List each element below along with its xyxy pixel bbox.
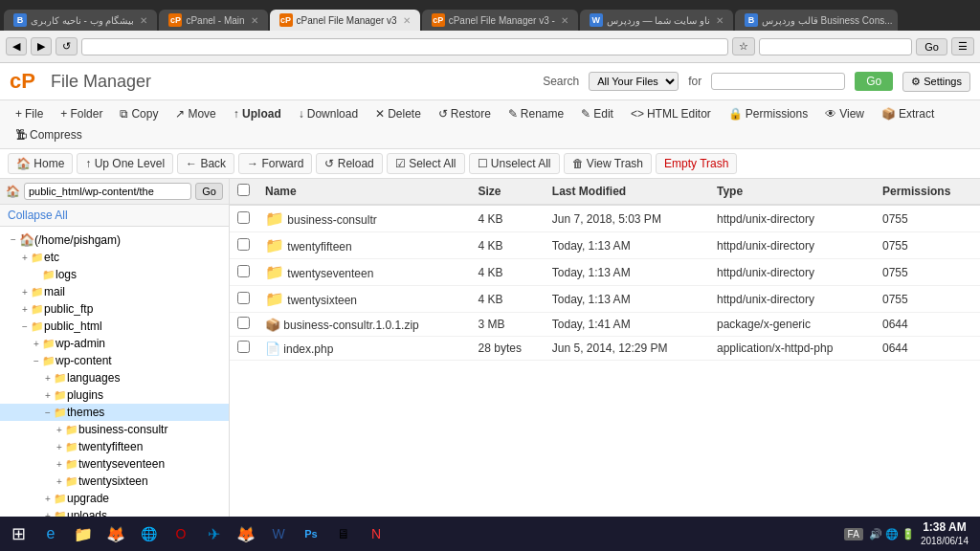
back-btn[interactable]: ← Back [177, 153, 234, 174]
tab-2[interactable]: cP cPanel - Main ✕ [159, 10, 267, 31]
row-checkbox-3[interactable] [230, 259, 257, 286]
toggle-home[interactable]: − [8, 234, 19, 245]
move-btn[interactable]: ↗ Move [167, 104, 223, 123]
tree-item-twentyfifteen[interactable]: + 📁 twentyfifteen [0, 438, 229, 455]
table-row[interactable]: 📄 index.php 28 bytes Jun 5, 2014, 12:29 … [230, 337, 980, 361]
view-btn[interactable]: 👁 View [817, 104, 872, 123]
toggle-plugins[interactable]: + [42, 390, 54, 401]
delete-btn[interactable]: ✕ Delete [368, 104, 429, 123]
toggle-twentyfifteen[interactable]: + [54, 442, 65, 452]
tab-3[interactable]: cP cPanel File Manager v3 ✕ [270, 10, 420, 31]
table-row[interactable]: 📦 business-consultr.1.0.1.zip 3 MB Today… [230, 313, 980, 337]
bookmark-btn[interactable]: ☆ [732, 37, 755, 55]
tree-item-themes[interactable]: − 📁 themes [0, 404, 229, 421]
toggle-themes[interactable]: − [42, 408, 54, 418]
toggle-public-ftp[interactable]: + [19, 304, 31, 315]
edit-btn[interactable]: ✎ Edit [573, 104, 621, 123]
taskbar-word[interactable]: W [264, 520, 293, 547]
table-row[interactable]: 📁 business-consultr 4 KB Jun 7, 2018, 5:… [230, 205, 980, 232]
restore-btn[interactable]: ↺ Restore [431, 104, 499, 123]
taskbar-photoshop[interactable]: Ps [297, 520, 325, 547]
rtl-search-go-btn[interactable]: Go [916, 38, 947, 55]
tab-1-close[interactable]: ✕ [140, 15, 147, 26]
collapse-all-btn[interactable]: Collapse All [0, 205, 229, 227]
tree-item-public-ftp[interactable]: + 📁 public_ftp [0, 300, 229, 318]
tab-5-close[interactable]: ✕ [716, 15, 724, 26]
tree-item-wp-admin[interactable]: + 📁 wp-admin [0, 335, 229, 352]
download-btn[interactable]: ↓ Download [291, 104, 366, 123]
rename-btn[interactable]: ✎ Rename [501, 104, 571, 123]
tree-item-home[interactable]: − 🏠 (/home/pishgam) [0, 231, 229, 249]
copy-btn[interactable]: ⧉ Copy [112, 104, 166, 123]
size-header[interactable]: Size [471, 179, 545, 205]
upload-btn[interactable]: ↑ Upload [226, 104, 289, 123]
main-go-btn[interactable]: Go [855, 72, 893, 91]
settings-btn[interactable]: ⚙ Settings [902, 72, 970, 92]
tab-3-close[interactable]: ✕ [403, 15, 411, 26]
home-btn[interactable]: 🏠 Home [8, 153, 73, 174]
back-nav-btn[interactable]: ◀ [6, 37, 27, 55]
refresh-nav-btn[interactable]: ↺ [56, 37, 78, 55]
table-row[interactable]: 📁 twentyfifteen 4 KB Today, 1:13 AM http… [230, 232, 980, 259]
modified-header[interactable]: Last Modified [545, 179, 709, 205]
tree-item-mail[interactable]: + 📁 mail [0, 283, 229, 300]
row-checkbox-5[interactable] [230, 313, 257, 337]
tree-item-twentyseventeen[interactable]: + 📁 twentyseventeen [0, 455, 229, 473]
extract-btn[interactable]: 📦 Extract [874, 104, 942, 123]
taskbar-chrome[interactable]: 🌐 [134, 520, 163, 547]
rtl-search-input[interactable]: دانلود رایگان قالب وردپرس [759, 38, 912, 55]
toggle-twentyseventeen[interactable]: + [54, 459, 65, 470]
taskbar-app3[interactable]: N [362, 520, 390, 547]
tab-4-close[interactable]: ✕ [561, 15, 568, 26]
select-all-btn[interactable]: ☑ Select All [387, 153, 465, 174]
toggle-languages[interactable]: + [42, 373, 54, 384]
address-input[interactable]: https://server10.pishgamweb.net:2083/cps… [81, 38, 728, 55]
html-editor-btn[interactable]: <> HTML Editor [623, 104, 719, 123]
tree-item-wp-content[interactable]: − 📁 wp-content [0, 352, 229, 369]
view-trash-btn[interactable]: 🗑 View Trash [564, 153, 652, 174]
tree-item-logs[interactable]: 📁 logs [0, 266, 229, 283]
toggle-wp-content[interactable]: − [31, 356, 42, 366]
toggle-public-html[interactable]: − [19, 321, 31, 332]
taskbar-opera[interactable]: O [167, 520, 195, 547]
name-header[interactable]: Name [257, 179, 471, 205]
path-input[interactable] [24, 183, 191, 200]
tree-item-business-consultr[interactable]: + 📁 business-consultr [0, 421, 229, 438]
toggle-twentysixteen[interactable]: + [54, 476, 65, 487]
unselect-all-btn[interactable]: ☐ Unselect All [469, 153, 560, 174]
forward-nav-btn[interactable]: ▶ [31, 37, 52, 55]
new-file-btn[interactable]: + File [8, 104, 51, 123]
select-all-checkbox[interactable] [237, 184, 250, 196]
tree-item-etc[interactable]: + 📁 etc [0, 249, 229, 266]
main-search-input[interactable] [711, 73, 845, 90]
tab-2-close[interactable]: ✕ [251, 15, 258, 26]
permissions-btn[interactable]: 🔒 Permissions [721, 104, 815, 123]
row-checkbox-6[interactable] [230, 337, 257, 361]
table-row[interactable]: 📁 twentyseventeen 4 KB Today, 1:13 AM ht… [230, 259, 980, 286]
path-go-btn[interactable]: Go [195, 183, 223, 200]
tree-item-languages[interactable]: + 📁 languages [0, 369, 229, 386]
toggle-upgrade[interactable]: + [42, 494, 54, 504]
taskbar-app1[interactable]: 🦊 [232, 520, 260, 547]
toggle-wp-admin[interactable]: + [31, 339, 42, 349]
menu-btn[interactable]: ☰ [951, 37, 974, 55]
reload-btn[interactable]: ↺ Reload [316, 153, 382, 174]
tab-5[interactable]: W ناو سایت شما — وردپرس ✕ [580, 10, 733, 31]
taskbar-files[interactable]: 📁 [69, 520, 98, 547]
taskbar-ie[interactable]: e [36, 520, 65, 547]
table-row[interactable]: 📁 twentysixteen 4 KB Today, 1:13 AM http… [230, 286, 980, 313]
tab-4[interactable]: cP cPanel File Manager v3 - ✕ [422, 10, 578, 31]
row-checkbox-2[interactable] [230, 232, 257, 259]
taskbar-firefox[interactable]: 🦊 [101, 520, 130, 547]
perms-header[interactable]: Permissions [875, 179, 980, 205]
tree-item-upgrade[interactable]: + 📁 upgrade [0, 490, 229, 507]
toggle-etc[interactable]: + [19, 253, 31, 263]
toggle-mail[interactable]: + [19, 287, 31, 298]
tree-item-public-html[interactable]: − 📁 public_html [0, 318, 229, 335]
taskbar-app2[interactable]: 🖥 [329, 520, 358, 547]
up-one-level-btn[interactable]: ↑ Up One Level [77, 153, 173, 174]
toggle-business-consultr[interactable]: + [54, 425, 65, 435]
tree-item-twentysixteen[interactable]: + 📁 twentysixteen [0, 473, 229, 490]
row-checkbox-4[interactable] [230, 286, 257, 313]
new-folder-btn[interactable]: + Folder [53, 104, 110, 123]
